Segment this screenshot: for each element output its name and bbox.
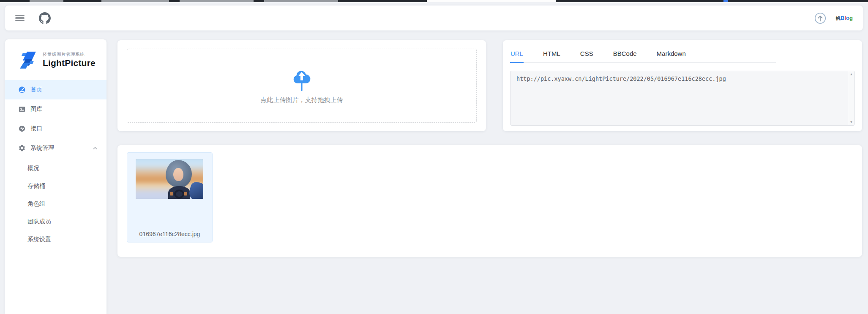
url-output-textarea[interactable]: http://pic.xyaxw.cn/LightPicture/2022/05… <box>510 71 855 126</box>
sidebar-item-label: 系统管理 <box>30 144 54 152</box>
sidebar-subitem-members[interactable]: 团队成员 <box>5 213 106 231</box>
logo-subtitle: 轻量级图片管理系统 <box>43 52 96 58</box>
browser-tab-sliver <box>723 0 728 2</box>
textarea-scrollbar[interactable]: ▲ ▼ <box>848 71 854 125</box>
tab-html[interactable]: HTML <box>543 47 561 62</box>
avatar-letter: o <box>846 15 849 21</box>
sidebar-subitem-roles[interactable]: 角色组 <box>5 195 106 213</box>
sidebar-subitem-buckets[interactable]: 存储桶 <box>5 177 106 195</box>
scroll-down-arrow-icon[interactable]: ▼ <box>850 120 853 124</box>
avatar-letter: 帆 <box>836 16 841 21</box>
thumbnail-figure <box>184 192 187 196</box>
cloud-upload-icon <box>292 67 311 92</box>
sidebar-item-system[interactable]: 系统管理 <box>5 138 106 158</box>
avatar-logo[interactable]: 帆Blog <box>836 15 853 21</box>
gallery-panel: 016967e116c28ecc.jpg <box>117 145 862 257</box>
sidebar-subitem-label: 团队成员 <box>27 218 51 226</box>
sidebar-subitem-settings[interactable]: 系统设置 <box>5 231 106 248</box>
circle-arrow-up-icon[interactable] <box>814 12 827 25</box>
thumbnail-figure <box>174 190 184 198</box>
browser-active-tab-sliver <box>427 0 556 2</box>
github-icon[interactable] <box>39 12 51 24</box>
sidebar-subitem-label: 概况 <box>27 165 39 172</box>
url-output-wrapper: http://pic.xyaxw.cn/LightPicture/2022/05… <box>510 71 855 126</box>
gallery-icon <box>18 105 26 113</box>
sidebar-item-label: 图库 <box>30 105 42 113</box>
sidebar-item-api[interactable]: 接口 <box>5 119 106 138</box>
api-icon <box>18 125 26 132</box>
app-logo: 轻量级图片管理系统 LightPicture <box>5 39 106 77</box>
link-format-panel: URL HTML CSS BBCode Markdown http://pic.… <box>503 40 862 131</box>
tab-bbcode[interactable]: BBCode <box>613 47 637 62</box>
sidebar-item-gallery[interactable]: 图库 <box>5 99 106 119</box>
lightpicture-logo-icon <box>19 50 39 70</box>
upload-hint: 点此上传图片，支持拖拽上传 <box>261 96 343 104</box>
avatar-letter: g <box>849 15 853 21</box>
sidebar-item-label: 接口 <box>30 125 42 132</box>
scroll-up-arrow-icon[interactable]: ▲ <box>850 72 853 76</box>
image-filename: 016967e116c28ecc.jpg <box>127 231 212 237</box>
image-card[interactable]: 016967e116c28ecc.jpg <box>127 152 213 242</box>
browser-chrome-strip <box>0 0 868 2</box>
image-thumbnail[interactable] <box>136 159 203 199</box>
sidebar-subitem-label: 系统设置 <box>27 236 51 243</box>
browser-tab-sliver <box>264 0 338 2</box>
upload-dropzone[interactable]: 点此上传图片，支持拖拽上传 <box>127 49 477 123</box>
sidebar-subitem-overview[interactable]: 概况 <box>5 160 106 177</box>
sidebar-subitem-label: 存储桶 <box>27 182 45 190</box>
topbar-actions: 帆Blog <box>814 12 853 25</box>
upload-card: 点此上传图片，支持拖拽上传 <box>117 40 486 131</box>
topbar: 帆Blog <box>5 6 863 30</box>
browser-tab-sliver <box>30 0 63 2</box>
browser-tab-sliver <box>180 0 254 2</box>
browser-tab-sliver <box>101 0 169 2</box>
tab-markdown[interactable]: Markdown <box>656 47 686 62</box>
sidebar-menu: 首页 图库 接口 系统管理 <box>5 80 106 248</box>
tab-css[interactable]: CSS <box>580 47 594 62</box>
thumbnail-figure <box>170 192 173 196</box>
logo-title: LightPicture <box>43 58 96 68</box>
gear-icon <box>18 144 26 152</box>
sidebar-submenu: 概况 存储桶 角色组 团队成员 系统设置 <box>5 158 106 248</box>
logo-text: 轻量级图片管理系统 LightPicture <box>43 52 96 68</box>
dashboard-icon <box>18 86 26 94</box>
sidebar-subitem-label: 角色组 <box>27 200 45 208</box>
thumbnail-figure <box>173 168 183 181</box>
sidebar-item-label: 首页 <box>30 86 42 94</box>
hamburger-menu-icon[interactable] <box>15 15 25 22</box>
link-format-tabs: URL HTML CSS BBCode Markdown <box>510 47 776 63</box>
chevron-up-icon <box>92 145 98 151</box>
sidebar-item-home[interactable]: 首页 <box>5 80 106 99</box>
lightpicture-app: 帆Blog 轻量级图片管理系统 LightPicture <box>0 0 868 314</box>
sidebar: 轻量级图片管理系统 LightPicture 首页 <box>5 39 106 314</box>
tab-url[interactable]: URL <box>510 47 524 63</box>
